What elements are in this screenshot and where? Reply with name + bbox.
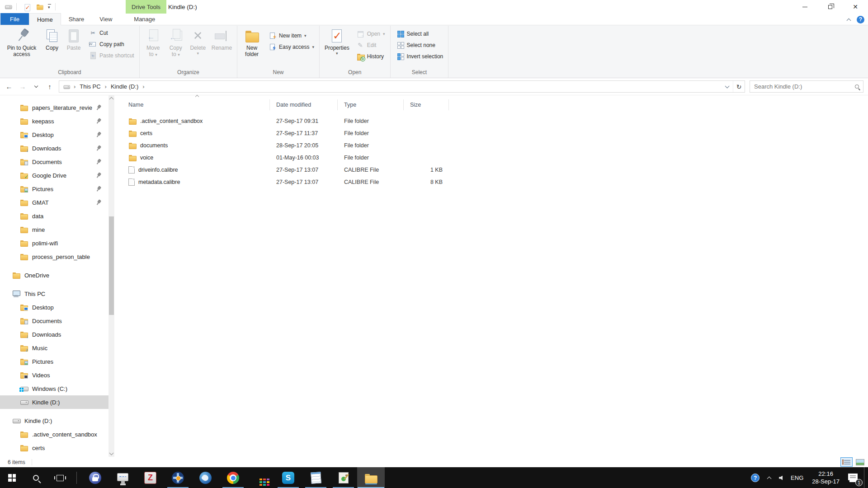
- column-header-type[interactable]: Type: [338, 99, 404, 110]
- tab-home[interactable]: Home: [29, 13, 61, 25]
- sidebar-item-onedrive[interactable]: OneDrive: [0, 268, 108, 282]
- sidebar-item-gmat[interactable]: GMAT: [0, 196, 108, 209]
- close-button[interactable]: ✕: [843, 0, 868, 14]
- move-to-button[interactable]: Move to ▾: [142, 27, 164, 59]
- sidebar-item-keepass[interactable]: keepass: [0, 114, 108, 128]
- open-button[interactable]: Open▾: [354, 28, 387, 39]
- file-row-documents[interactable]: documents28-Sep-17 20:05File folder: [122, 139, 868, 151]
- select-none-button[interactable]: Select none: [395, 39, 446, 51]
- delete-button[interactable]: ✕ Delete ▾: [188, 27, 208, 57]
- sidebar-item-papers-literature-revie[interactable]: papers_literature_revie: [0, 101, 108, 114]
- drive-tools-contextual-tab[interactable]: Drive Tools: [126, 0, 166, 14]
- details-view-button[interactable]: [840, 457, 853, 467]
- task-view-button[interactable]: [48, 467, 72, 488]
- sidebar-item-kindle-d[interactable]: Kindle (D:): [0, 395, 108, 409]
- copy-to-button[interactable]: Copy to ▾: [165, 27, 187, 59]
- search-input[interactable]: Search Kindle (D:): [750, 80, 863, 93]
- sidebar-item-pictures[interactable]: Pictures: [0, 182, 108, 196]
- column-header-date-modified[interactable]: Date modified: [270, 99, 338, 110]
- paste-shortcut-button[interactable]: Paste shortcut: [87, 50, 137, 61]
- customize-qat-arrow-icon[interactable]: ▾: [48, 4, 51, 9]
- search-icon[interactable]: [855, 84, 859, 89]
- file-name-cell[interactable]: voice: [122, 154, 270, 161]
- invert-selection-button[interactable]: Invert selection: [395, 51, 446, 62]
- select-all-button[interactable]: Select all: [395, 28, 446, 39]
- paste-button[interactable]: Paste: [63, 27, 84, 52]
- history-button[interactable]: ↻ History: [354, 51, 387, 62]
- sidebar-item-polimi-wifi[interactable]: polimi-wifi: [0, 236, 108, 250]
- sidebar-item-process-person-table[interactable]: process_person_table: [0, 250, 108, 263]
- sidebar-item-this-pc[interactable]: This PC: [0, 287, 108, 300]
- taskbar-app-zotero[interactable]: Z: [137, 467, 164, 488]
- sidebar-item-windows-c[interactable]: Windows (C:): [0, 382, 108, 395]
- tab-share[interactable]: Share: [61, 13, 92, 25]
- file-name-cell[interactable]: driveinfo.calibre: [122, 166, 270, 174]
- address-dropdown-icon[interactable]: [721, 81, 733, 92]
- action-center-button[interactable]: 1: [844, 467, 864, 488]
- new-folder-button[interactable]: New folder: [240, 27, 264, 59]
- file-row-active-content-sandbox[interactable]: .active_content_sandbox27-Sep-17 09:31Fi…: [122, 115, 868, 127]
- taskbar-app-keepass[interactable]: [81, 467, 109, 488]
- copy-button[interactable]: Copy: [42, 27, 62, 52]
- breadcrumb-kindle-d[interactable]: Kindle (D:): [110, 83, 139, 90]
- minimize-button[interactable]: [792, 0, 817, 14]
- recent-locations-icon[interactable]: [30, 81, 42, 93]
- taskbar-app-file-explorer[interactable]: [357, 467, 385, 488]
- properties-button[interactable]: Properties ▾: [322, 27, 352, 57]
- sidebar-item-data[interactable]: data: [0, 209, 108, 223]
- restore-button[interactable]: [817, 0, 843, 14]
- tab-file[interactable]: File: [0, 13, 29, 25]
- taskbar-app-chrome[interactable]: [219, 467, 247, 488]
- breadcrumb[interactable]: › This PC › Kindle (D:) › ↻: [59, 80, 745, 93]
- search-button[interactable]: [24, 467, 48, 488]
- start-button[interactable]: [0, 467, 24, 488]
- sidebar-item-videos[interactable]: Videos: [0, 368, 108, 382]
- sidebar-item-google-drive[interactable]: ✓Google Drive: [0, 169, 108, 182]
- tab-manage[interactable]: Manage: [126, 13, 163, 25]
- taskbar-app-deezer[interactable]: [247, 467, 274, 488]
- column-header-name[interactable]: Name: [122, 99, 270, 110]
- taskbar-app-notepad[interactable]: [302, 467, 330, 488]
- sidebar-item-documents[interactable]: Documents: [0, 155, 108, 169]
- file-name-cell[interactable]: .active_content_sandbox: [122, 117, 270, 125]
- sidebar-item-certs[interactable]: certs: [0, 441, 108, 455]
- copy-path-button[interactable]: W… Copy path: [87, 38, 137, 50]
- sidebar-item-desktop[interactable]: Desktop: [0, 300, 108, 314]
- file-row-metadata-calibre[interactable]: metadata.calibre27-Sep-17 13:07CALIBRE F…: [122, 176, 868, 188]
- volume-button[interactable]: [775, 467, 787, 488]
- file-row-certs[interactable]: certs27-Sep-17 11:37File folder: [122, 127, 868, 139]
- edit-button[interactable]: ✎ Edit: [354, 39, 387, 51]
- sidebar-item-music[interactable]: ♪Music: [0, 341, 108, 355]
- sidebar-item-pictures[interactable]: Pictures: [0, 355, 108, 368]
- back-button[interactable]: ←: [3, 81, 15, 93]
- new-item-button[interactable]: New item▾: [266, 30, 316, 41]
- hidden-icons-button[interactable]: [764, 467, 775, 488]
- sidebar-item-mine[interactable]: mine: [0, 223, 108, 236]
- sidebar-item-active-content-sandbox[interactable]: .active_content_sandbox: [0, 427, 108, 441]
- large-icons-view-button[interactable]: [854, 457, 867, 467]
- sidebar-item-desktop[interactable]: Desktop: [0, 128, 108, 141]
- sidebar-item-kindle-d[interactable]: Kindle (D:): [0, 414, 108, 427]
- forward-button[interactable]: →: [16, 81, 29, 93]
- sidebar-item-downloads[interactable]: ↓Downloads: [0, 141, 108, 155]
- file-row-driveinfo-calibre[interactable]: driveinfo.calibre27-Sep-17 13:07CALIBRE …: [122, 164, 868, 176]
- taskbar-app-skype[interactable]: S: [274, 467, 302, 488]
- taskbar-app-gimp[interactable]: [330, 467, 357, 488]
- new-folder-qat-icon[interactable]: [36, 4, 43, 10]
- sidebar-item-downloads[interactable]: ↓Downloads: [0, 328, 108, 341]
- cut-button[interactable]: ✂ Cut: [87, 27, 137, 38]
- pin-to-quick-access-button[interactable]: Pin to Quick access: [3, 27, 41, 59]
- taskbar-app-calibre[interactable]: [164, 467, 192, 488]
- clock[interactable]: 22:16 28-Sep-17: [807, 470, 844, 486]
- refresh-icon[interactable]: ↻: [733, 81, 745, 92]
- scrollbar-thumb[interactable]: [109, 216, 114, 315]
- help-icon[interactable]: ?: [857, 16, 864, 23]
- properties-qat-icon[interactable]: [23, 4, 29, 9]
- rename-button[interactable]: Rename: [209, 27, 234, 52]
- tab-view[interactable]: View: [92, 13, 120, 25]
- file-name-cell[interactable]: documents: [122, 142, 270, 149]
- taskbar-app-thunderbird[interactable]: [192, 467, 219, 488]
- help-tray-button[interactable]: ?: [747, 467, 764, 488]
- file-name-cell[interactable]: metadata.calibre: [122, 178, 270, 186]
- scroll-down-icon[interactable]: [109, 451, 114, 455]
